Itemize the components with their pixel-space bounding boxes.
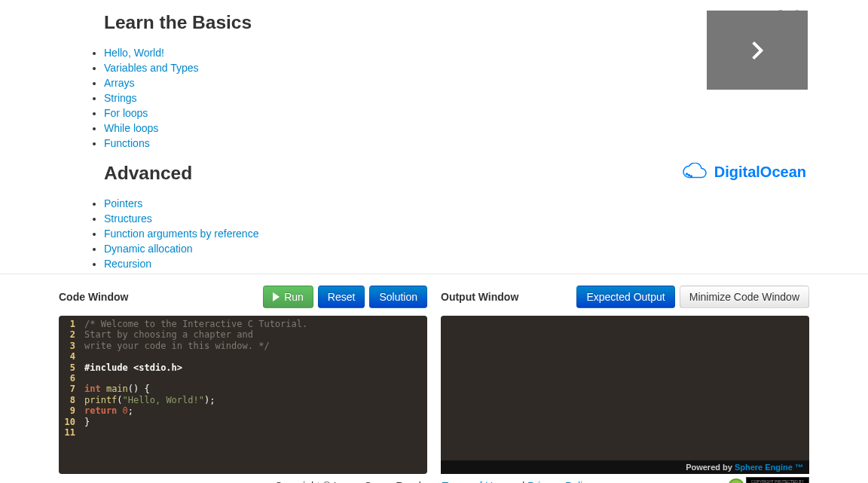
list-item: Hello, World! [104,45,793,60]
solution-button[interactable]: Solution [369,286,427,308]
chevron-right-icon [745,38,769,63]
sponsor-name: DigitalOcean [714,164,806,181]
run-button-label: Run [284,289,304,304]
list-item: Structures [104,211,793,226]
list-item: Strings [104,90,793,105]
advanced-list: PointersStructuresFunction arguments by … [75,196,793,274]
dmca-badge[interactable]: COPYRIGHT PROTECTED BY DMCA.com [728,477,809,483]
list-item: For loops [104,105,793,121]
basics-item-link[interactable]: While loops [104,122,158,134]
expected-output-button[interactable]: Expected Output [576,286,674,308]
advanced-item-link[interactable]: Recursion [104,258,151,270]
sphere-engine-link[interactable]: Sphere Engine ™ [735,463,803,472]
list-item: Functions [104,136,793,151]
basics-item-link[interactable]: Strings [104,92,137,104]
basics-heading: Learn the Basics [104,8,793,38]
code-editor[interactable]: 1234567891011 /* Welcome to the Interact… [59,316,427,474]
run-button[interactable]: Run [263,286,313,308]
code-panel: Code Window Run Reset Solution 123456789… [59,286,427,474]
dmca-seal-icon [728,478,744,484]
list-item: Linked lists [104,271,793,274]
svg-point-1 [690,176,692,177]
sponsor-link[interactable]: DigitalOcean [681,163,806,181]
promo-next-button[interactable] [707,11,808,90]
basics-list: Hello, World!Variables and TypesArraysSt… [75,45,793,151]
basics-item-link[interactable]: Arrays [104,77,134,89]
footer-copyright: Copyright © Learn-C.org. Read our [275,480,442,483]
output-panel-title: Output Window [441,291,518,303]
footer-and: and [504,480,527,483]
advanced-item-link[interactable]: Function arguments by reference [104,228,258,240]
list-item: Recursion [104,256,793,271]
powered-by: Powered by Sphere Engine ™ [441,460,809,474]
privacy-link[interactable]: Privacy Policy [527,480,593,483]
advanced-item-link[interactable]: Pointers [104,197,142,209]
list-item: Pointers [104,196,793,211]
minimize-button[interactable]: Minimize Code Window [680,286,809,308]
advanced-item-link[interactable]: Structures [104,212,152,225]
basics-item-link[interactable]: Variables and Types [104,62,199,74]
list-item: Arrays [104,75,793,90]
svg-point-2 [686,173,687,175]
advanced-item-link[interactable]: Dynamic allocation [104,243,193,255]
cloud-icon [681,163,708,181]
reset-button[interactable]: Reset [318,286,365,308]
play-icon [273,292,280,301]
list-item: Variables and Types [104,60,793,75]
list-item: Dynamic allocation [104,241,793,256]
basics-item-link[interactable]: Hello, World! [104,47,164,59]
list-item: While loops [104,121,793,136]
basics-item-link[interactable]: Functions [104,137,150,149]
powered-prefix: Powered by [686,463,735,472]
output-panel: Output Window Expected Output Minimize C… [441,286,809,474]
code-panel-title: Code Window [59,291,128,303]
terms-link[interactable]: Terms of Use [442,480,503,483]
output-console [441,316,809,460]
list-item: Function arguments by reference [104,226,793,241]
svg-point-0 [688,175,689,176]
advanced-item-link[interactable]: Linked lists [104,273,156,274]
basics-item-link[interactable]: For loops [104,107,148,119]
footer: Copyright © Learn-C.org. Read our Terms … [0,480,868,483]
